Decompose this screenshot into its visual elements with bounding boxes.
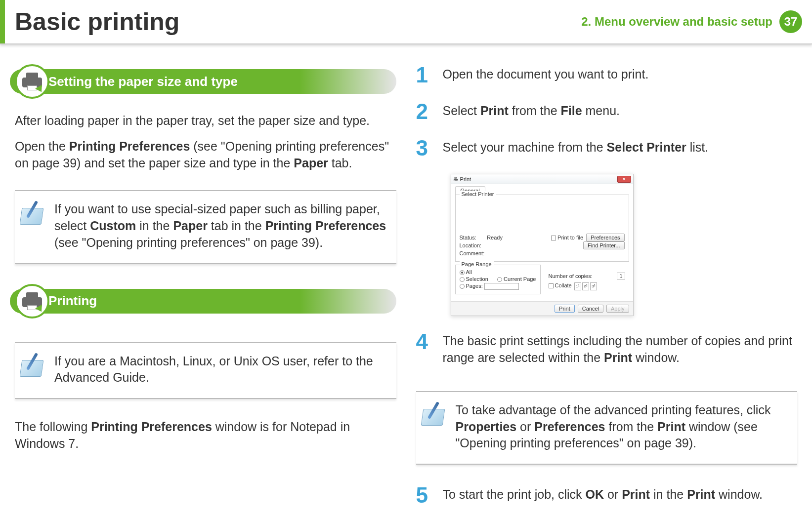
panel-title: Select Printer (460, 191, 496, 197)
label: Print to file (557, 235, 583, 240)
status-row: Status: Ready (460, 235, 503, 240)
text: from the (605, 420, 657, 434)
page-title: Basic printing (15, 7, 179, 36)
section-header-printing: Printing (15, 284, 396, 318)
text-bold: Paper (294, 156, 328, 170)
text: tab. (328, 156, 352, 170)
printer-icon (15, 64, 49, 99)
copies-spinner[interactable]: 1 (617, 273, 625, 279)
text: in the (650, 487, 687, 501)
apply-button[interactable]: Apply (606, 305, 629, 313)
collate-icon: 2² (582, 282, 589, 290)
text-bold: File (560, 104, 582, 118)
step-1: 1 Open the document you want to print. (416, 64, 798, 86)
label: All (466, 269, 472, 275)
text-bold: Print (687, 487, 715, 501)
printer-list[interactable] (460, 199, 625, 234)
note-icon (20, 353, 44, 378)
page-number-badge: 37 (779, 10, 802, 33)
step-text: Open the document you want to print. (443, 64, 649, 86)
text-bold: Paper (173, 219, 207, 233)
text: or (516, 420, 534, 434)
header-right: 2. Menu overview and basic setup 37 (581, 10, 802, 33)
step-4: 4 The basic print settings including the… (416, 331, 798, 366)
right-controls: Print to file Preferences (551, 235, 624, 240)
paragraph: The following Printing Preferences windo… (15, 419, 396, 452)
text: or (604, 487, 622, 501)
label: Comment: (460, 250, 485, 256)
label: Pages: (466, 283, 483, 289)
note-text: To take advantage of the advanced printi… (456, 402, 793, 452)
step-text: Select Print from the File menu. (443, 101, 620, 122)
label: Collate (555, 282, 572, 288)
copies-panel: Number of copies: 1 Collate 1¹2²3³ (545, 265, 629, 294)
collate-icon: 1¹ (574, 282, 581, 290)
close-icon[interactable]: ✕ (617, 176, 631, 183)
radio-all[interactable] (460, 270, 465, 275)
text-bold: Print (604, 351, 632, 364)
text: Select (443, 104, 480, 118)
step-text: To start the print job, click OK or Prin… (443, 484, 763, 506)
header-left: Basic printing (0, 0, 179, 43)
printer-icon (15, 284, 49, 318)
label: Current Page (504, 276, 536, 282)
text-bold: Custom (90, 219, 136, 233)
text: tab in the (208, 219, 265, 233)
print-to-file-checkbox[interactable] (551, 236, 556, 240)
dialog-titlebar: 🖶 Print ✕ (451, 174, 633, 184)
note-box: If you want to use special-sized paper s… (15, 190, 396, 264)
text-bold: OK (586, 487, 604, 501)
select-printer-panel: Select Printer Status: Ready Print to fi… (455, 195, 629, 262)
text-bold: Properties (456, 420, 517, 434)
text-bold: Select Printer (607, 140, 686, 154)
label: Selection (466, 276, 488, 282)
paragraph: After loading paper in the paper tray, s… (15, 113, 396, 129)
text: Print (460, 176, 471, 182)
note-box: To take advantage of the advanced printi… (416, 391, 798, 465)
value: Ready (487, 235, 503, 240)
text-bold: Printing Preferences (69, 139, 190, 153)
step-number: 4 (416, 331, 431, 366)
text-bold: Printing Preferences (91, 420, 212, 434)
print-button[interactable]: Print (555, 305, 575, 313)
cancel-button[interactable]: Cancel (578, 305, 603, 313)
step-number: 1 (416, 64, 431, 86)
text-bold: Printing Preferences (265, 219, 386, 233)
section-header-paper: Setting the paper size and type (15, 64, 396, 99)
section-title: Setting the paper size and type (10, 69, 396, 94)
page-range-panel: Page Range All Selection Current Page Pa… (455, 265, 541, 294)
note-text: If you are a Macintosh, Linux, or Unix O… (54, 353, 391, 387)
text: menu. (582, 104, 620, 118)
text: window. (632, 351, 680, 364)
text: (see "Opening printing preferences" on p… (54, 236, 323, 249)
radio-pages[interactable] (460, 284, 465, 289)
right-column: 1 Open the document you want to print. 2… (416, 64, 798, 506)
find-printer-button[interactable]: Find Printer... (583, 241, 624, 249)
preferences-button[interactable]: Preferences (586, 234, 624, 241)
step-text: The basic print settings including the n… (443, 331, 798, 366)
content-area: Setting the paper size and type After lo… (0, 44, 812, 516)
text-bold: Preferences (534, 420, 605, 434)
collate-icon: 3³ (590, 282, 597, 290)
dialog-footer: Print Cancel Apply (451, 301, 633, 316)
text: The following (15, 420, 91, 434)
step-5: 5 To start the print job, click OK or Pr… (416, 484, 798, 506)
label: Number of copies: (549, 273, 593, 279)
text: To start the print job, click (443, 487, 586, 501)
section-title: Printing (10, 289, 396, 314)
note-text: If you want to use special-sized paper s… (54, 201, 391, 251)
step-3: 3 Select your machine from the Select Pr… (416, 137, 798, 159)
label: Status: (460, 235, 476, 240)
print-dialog: 🖶 Print ✕ General Select Printer Status:… (451, 174, 634, 316)
label: Location: (460, 242, 482, 248)
note-box: If you are a Macintosh, Linux, or Unix O… (15, 342, 396, 399)
radio-current-page[interactable] (497, 277, 502, 282)
panel-title: Page Range (460, 261, 494, 267)
pages-input[interactable] (484, 283, 519, 290)
text: from the (509, 104, 561, 118)
text: To take advantage of the advanced printi… (456, 403, 771, 417)
chapter-label: 2. Menu overview and basic setup (581, 15, 772, 29)
collate-checkbox[interactable] (549, 283, 554, 288)
radio-selection[interactable] (460, 277, 465, 282)
page-header: Basic printing 2. Menu overview and basi… (0, 0, 812, 44)
